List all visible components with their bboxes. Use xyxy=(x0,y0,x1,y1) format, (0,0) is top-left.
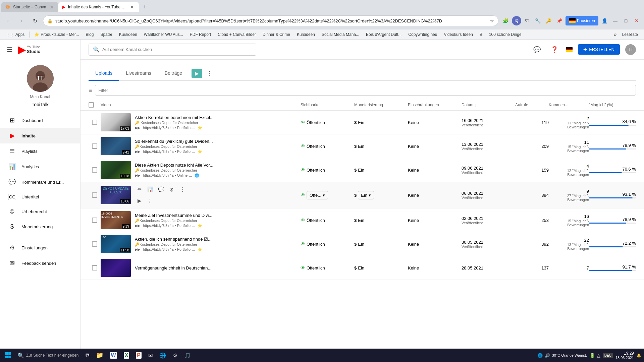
filter-input[interactable] xyxy=(95,85,636,96)
row3-thumbnail[interactable]: 10:28 xyxy=(101,161,131,179)
notifications-icon[interactable]: 🔔 xyxy=(637,353,641,358)
minimize-btn[interactable]: — xyxy=(610,16,620,25)
sidebar-item-monetarisierung[interactable]: $ Monetarisierung xyxy=(0,219,80,234)
money-button[interactable]: $ xyxy=(167,185,176,194)
sidebar-item-dashboard[interactable]: ⊞ Dashboard xyxy=(0,113,80,128)
search-input[interactable] xyxy=(102,47,252,52)
back-button[interactable]: ‹ xyxy=(3,15,13,26)
taskbar-chrome[interactable]: 🌐 xyxy=(157,349,169,361)
row2-thumbnail[interactable]: 9:42 xyxy=(101,137,131,155)
sidebar-item-feedback[interactable]: ✉ Feedback senden xyxy=(0,255,80,271)
select-all-checkbox[interactable] xyxy=(89,102,94,108)
row7-thumbnail[interactable] xyxy=(101,259,131,277)
taskbar-settings[interactable]: ⚙ xyxy=(170,349,180,361)
maximize-btn[interactable]: □ xyxy=(621,16,631,25)
bookmark-cload[interactable]: Cload + Canva Bilder xyxy=(215,32,259,38)
yt-tab-close[interactable]: ✕ xyxy=(129,4,135,10)
help-button[interactable]: ❓ xyxy=(548,44,560,56)
bookmarks-more-button[interactable]: » xyxy=(612,31,618,38)
bookmark-dinner[interactable]: Dinner & Crime xyxy=(260,32,293,38)
taskbar-search[interactable]: 🔍 Zur Suche Text hier eingeben xyxy=(15,349,82,361)
bookmark-blog[interactable]: Blog xyxy=(83,32,96,38)
sidebar-item-kommentare[interactable]: 💬 Kommentare und Er... xyxy=(0,174,80,190)
bookmark-spaeter[interactable]: Später xyxy=(98,32,115,38)
bookmark-100schoene[interactable]: 100 schöne Dinge xyxy=(486,32,524,38)
sidebar-item-analytics[interactable]: 📊 Analytics xyxy=(0,159,80,174)
row1-checkbox[interactable] xyxy=(92,120,97,125)
taskbar-explorer[interactable]: 📁 xyxy=(93,349,106,361)
row6-checkbox[interactable] xyxy=(92,241,97,247)
taskbar-spotify[interactable]: 🎵 xyxy=(181,349,194,361)
row5-checkbox[interactable] xyxy=(92,218,97,223)
more-btn2[interactable]: ⋮ xyxy=(145,196,154,205)
ext3-btn[interactable]: 🔧 xyxy=(533,16,543,25)
sidebar-item-untertitel[interactable]: CC Untertitel xyxy=(0,190,80,204)
row4-sichtbarkeit-dropdown[interactable]: Öffe... ▾ xyxy=(307,191,328,199)
playlist-tab-icon[interactable]: ▶ xyxy=(192,69,202,78)
bookmark-kursideen2[interactable]: Kursideen xyxy=(294,32,318,38)
user-btn[interactable]: 👤 xyxy=(600,16,609,25)
row6-thumbnail[interactable]: 100 11:58 xyxy=(101,235,131,253)
sidebar-item-inhalte[interactable]: ▶ Inhalte xyxy=(0,128,80,143)
row1-thumbnail[interactable]: 17:03 xyxy=(101,113,131,131)
yt-studio-logo[interactable]: ▶ YouTube Studio xyxy=(18,44,40,55)
reload-button[interactable]: ↻ xyxy=(30,15,40,26)
taskbar-excel[interactable]: X xyxy=(121,349,132,361)
bookmark-apps[interactable]: ⋮⋮ Apps xyxy=(3,32,27,38)
bookmark-leseliste[interactable]: Leseliste xyxy=(620,32,641,38)
forward-button[interactable]: › xyxy=(16,15,27,26)
row4-checkbox[interactable] xyxy=(92,192,97,198)
language-indicator[interactable]: DEU xyxy=(603,353,613,358)
play-button[interactable]: ▶ xyxy=(135,196,144,205)
tab-beitraege[interactable]: Beiträge xyxy=(158,66,189,81)
pausieren-button[interactable]: Pausieren xyxy=(566,16,598,25)
bookmark-socialmedia[interactable]: Social Media Mana... xyxy=(319,32,362,38)
row5-thumbnail[interactable]: 18.000€ INVESTMENTS 9:19 xyxy=(101,211,131,229)
canva-tab-close[interactable]: ✕ xyxy=(49,4,54,10)
taskbar-clock[interactable]: 19:29 18.06.2021 xyxy=(615,351,634,360)
tab-livestreams[interactable]: Livestreams xyxy=(119,66,158,81)
bookmark-star-icon[interactable]: ☆ xyxy=(490,18,494,23)
new-tab-button[interactable]: + xyxy=(140,2,150,12)
address-bar[interactable]: 🔒 studio.youtube.com/channel/UC6N5u-OiGz… xyxy=(43,15,498,26)
row7-checkbox[interactable] xyxy=(92,265,97,270)
sidebar-item-urheberrecht[interactable]: © Urheberrecht xyxy=(0,204,80,219)
more-options-button[interactable]: ⋮ xyxy=(178,185,187,194)
search-box[interactable]: 🔍 xyxy=(89,44,256,56)
ext4-btn[interactable]: 🔑 xyxy=(544,16,553,25)
create-button[interactable]: ✚ ERSTELLEN xyxy=(578,44,620,55)
bookmark-copywriting[interactable]: Copywriting neu xyxy=(406,32,440,38)
bookmark-videokurs[interactable]: Videokurs Ideen xyxy=(441,32,476,38)
row4-monetarisierung-dropdown[interactable]: Ein ▾ xyxy=(358,191,374,199)
iq-extension[interactable]: IQ xyxy=(512,16,521,25)
shield-extension[interactable]: 🛡 xyxy=(523,16,532,25)
bookmark-wahlfaecher[interactable]: Wahlfächer WU Aus... xyxy=(141,32,186,38)
browser-tab-youtube[interactable]: ▶ Inhalte des Kanals - YouTube St... ✕ xyxy=(58,2,139,12)
bookmark-kursideen1[interactable]: Kursideen xyxy=(116,32,140,38)
analytics-bar-button[interactable]: 📊 xyxy=(146,185,155,194)
close-btn[interactable]: ✕ xyxy=(632,16,641,25)
tabs-more-button[interactable]: ⋮ xyxy=(204,67,216,79)
bookmark-pdf[interactable]: PDF Report xyxy=(187,32,214,38)
bookmark-produktsuche[interactable]: ⭐ Produktsuche - Mer... xyxy=(32,32,82,38)
row4-thumbnail[interactable]: DEPOT UPDATE+3.057€ 13:06 xyxy=(101,186,131,204)
taskbar-mail[interactable]: ✉ xyxy=(146,349,155,361)
comment-button[interactable]: 💬 xyxy=(156,185,166,194)
filter-icon[interactable]: ≡ xyxy=(89,87,92,94)
browser-tab-canva[interactable]: 🎨 Startseite – Canva ✕ xyxy=(1,2,58,12)
taskbar-powerpoint[interactable]: P xyxy=(133,349,144,361)
taskbar-task-view[interactable]: ⧉ xyxy=(83,349,92,361)
extensions-btn[interactable]: 🧩 xyxy=(501,16,511,25)
sidebar-item-playlists[interactable]: ☰ Playlists xyxy=(0,143,80,159)
sidebar-item-einstellungen[interactable]: ⚙ Einstellungen xyxy=(0,240,80,255)
user-avatar[interactable]: TT xyxy=(625,44,636,55)
header-datum[interactable]: Datum ↓ xyxy=(462,102,515,108)
bookmark-bois[interactable]: Bois d'Argent Duft... xyxy=(363,32,404,38)
row2-checkbox[interactable] xyxy=(92,143,97,149)
bookmark-b[interactable]: B xyxy=(477,32,485,38)
row3-checkbox[interactable] xyxy=(92,167,97,173)
edit-pencil-button[interactable]: ✏ xyxy=(135,185,144,194)
hamburger-menu[interactable]: ☰ xyxy=(5,44,14,55)
messages-button[interactable]: 💬 xyxy=(531,44,543,56)
ext5-btn[interactable]: 📌 xyxy=(555,16,564,25)
